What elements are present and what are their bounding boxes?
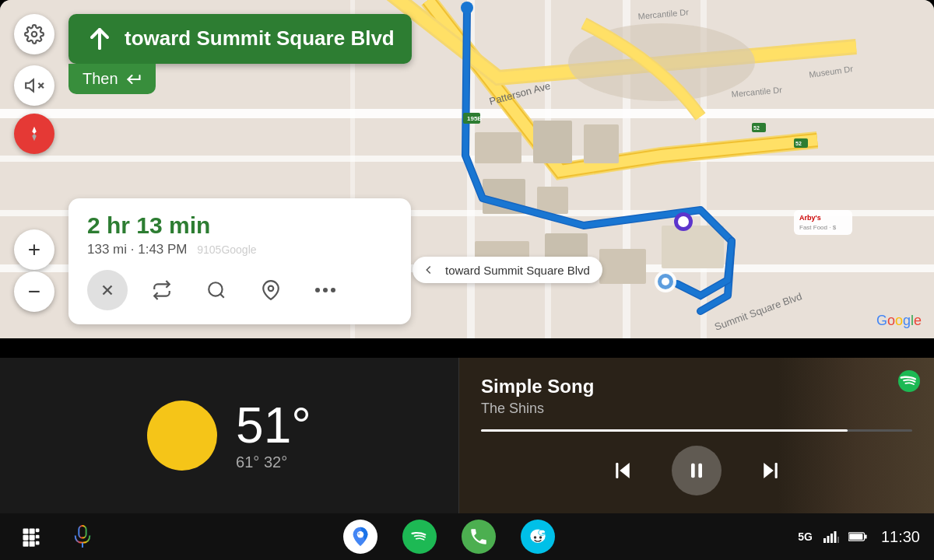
- spotify-app-icon[interactable]: [402, 520, 437, 554]
- svg-point-48: [209, 282, 222, 296]
- music-artist: The Shins: [481, 401, 912, 417]
- trip-time: 2 hr 13 min: [87, 212, 392, 239]
- apps-button[interactable]: [14, 520, 48, 554]
- zoom-out-button[interactable]: −: [14, 271, 54, 312]
- svg-point-52: [323, 288, 328, 292]
- trip-separator: ·: [131, 242, 138, 257]
- svg-text:52: 52: [795, 141, 802, 146]
- svg-text:Arby's: Arby's: [799, 214, 821, 222]
- zoom-in-button[interactable]: +: [14, 229, 54, 270]
- previous-button[interactable]: [611, 459, 634, 482]
- weather-temperature: 51°: [236, 401, 311, 450]
- direction-main[interactable]: toward Summit Square Blvd: [68, 14, 412, 64]
- svg-marker-55: [620, 463, 630, 478]
- signal-indicator: 5G: [798, 530, 813, 543]
- weather-panel: 51° 61° 32°: [0, 358, 459, 513]
- trip-details: 133 mi · 1:43 PM 9105Google: [87, 242, 392, 257]
- phone-app-icon[interactable]: [462, 520, 496, 554]
- svg-rect-13: [584, 124, 619, 163]
- svg-point-39: [662, 278, 669, 285]
- svg-rect-18: [599, 249, 646, 284]
- svg-point-22: [678, 216, 689, 227]
- music-progress-bar[interactable]: [481, 429, 912, 432]
- nav-then: Then: [68, 64, 156, 94]
- svg-rect-64: [30, 529, 35, 534]
- add-stop-button[interactable]: [251, 270, 291, 310]
- svg-rect-61: [23, 529, 29, 534]
- route-label: toward Summit Square Blvd: [413, 257, 602, 283]
- svg-rect-78: [823, 538, 826, 543]
- microphone-button[interactable]: [65, 520, 100, 554]
- svg-marker-59: [764, 463, 774, 478]
- svg-line-49: [220, 294, 224, 298]
- maps-app-icon[interactable]: [343, 520, 377, 554]
- trip-info-card: 2 hr 13 min 133 mi · 1:43 PM 9105Google: [68, 198, 411, 324]
- music-progress-fill: [481, 429, 848, 432]
- svg-rect-85: [849, 534, 862, 540]
- next-button[interactable]: [759, 459, 782, 482]
- svg-rect-68: [36, 535, 40, 539]
- pause-button[interactable]: [672, 446, 722, 495]
- svg-rect-80: [830, 534, 833, 543]
- svg-rect-84: [865, 534, 867, 538]
- trip-eta: 1:43 PM: [138, 242, 187, 257]
- svg-rect-57: [691, 464, 695, 478]
- compass-button[interactable]: [14, 114, 54, 154]
- svg-rect-66: [30, 541, 35, 547]
- direction-text: toward Summit Square Blvd: [125, 26, 395, 51]
- svg-rect-19: [662, 226, 724, 268]
- svg-point-40: [32, 32, 37, 37]
- svg-rect-65: [30, 535, 35, 541]
- svg-rect-15: [537, 187, 568, 214]
- close-route-button[interactable]: [87, 270, 128, 310]
- svg-rect-69: [36, 541, 40, 545]
- svg-rect-58: [698, 464, 702, 478]
- svg-rect-82: [837, 537, 839, 543]
- svg-point-20: [461, 2, 473, 14]
- bottom-section: 51° 61° 32° Simple Song The Shins: [0, 358, 934, 513]
- weather-low: 32°: [264, 453, 287, 471]
- svg-rect-67: [36, 529, 40, 533]
- svg-rect-63: [23, 541, 29, 547]
- svg-rect-62: [23, 535, 29, 541]
- trip-actions: [87, 270, 392, 310]
- navigation-banner: toward Summit Square Blvd Then: [68, 14, 412, 94]
- svg-text:Fast Food · $: Fast Food · $: [799, 224, 837, 231]
- settings-button[interactable]: [14, 14, 54, 54]
- svg-point-77: [539, 530, 546, 535]
- mute-button[interactable]: [14, 65, 54, 106]
- svg-text:52: 52: [753, 125, 760, 131]
- route-label-text: toward Summit Square Blvd: [445, 264, 590, 277]
- map-section: Arby's Fast Food · $ 195B 52 52 Patterso…: [0, 0, 934, 338]
- taskbar: 5G 11:30: [0, 513, 934, 560]
- current-time: 11:30: [881, 528, 920, 546]
- svg-point-53: [331, 288, 335, 292]
- weather-high: 61°: [236, 453, 259, 471]
- routes-button[interactable]: [142, 270, 182, 310]
- svg-point-51: [315, 288, 320, 292]
- weather-info: 51° 61° 32°: [236, 401, 311, 471]
- svg-rect-11: [475, 132, 521, 163]
- svg-rect-60: [775, 463, 778, 478]
- svg-point-72: [356, 531, 363, 537]
- svg-marker-41: [26, 79, 33, 91]
- music-panel: Simple Song The Shins: [459, 358, 934, 513]
- then-label: Then: [83, 70, 118, 88]
- map-controls: [14, 14, 54, 154]
- more-options-button[interactable]: [305, 270, 346, 310]
- svg-point-50: [269, 286, 274, 292]
- zoom-controls: + −: [14, 229, 54, 312]
- taskbar-center: [100, 520, 798, 554]
- trip-watermark: 9105Google: [197, 243, 256, 256]
- weather-range: 61° 32°: [236, 453, 287, 471]
- svg-rect-12: [533, 121, 572, 163]
- svg-point-76: [539, 536, 542, 539]
- sun-icon: [147, 401, 217, 471]
- search-along-route-button[interactable]: [196, 270, 237, 310]
- svg-point-75: [533, 536, 536, 539]
- svg-rect-70: [79, 526, 86, 538]
- music-controls: [481, 446, 912, 495]
- trip-distance: 133 mi: [87, 242, 127, 257]
- svg-rect-79: [827, 536, 829, 543]
- waze-app-icon[interactable]: [521, 520, 555, 554]
